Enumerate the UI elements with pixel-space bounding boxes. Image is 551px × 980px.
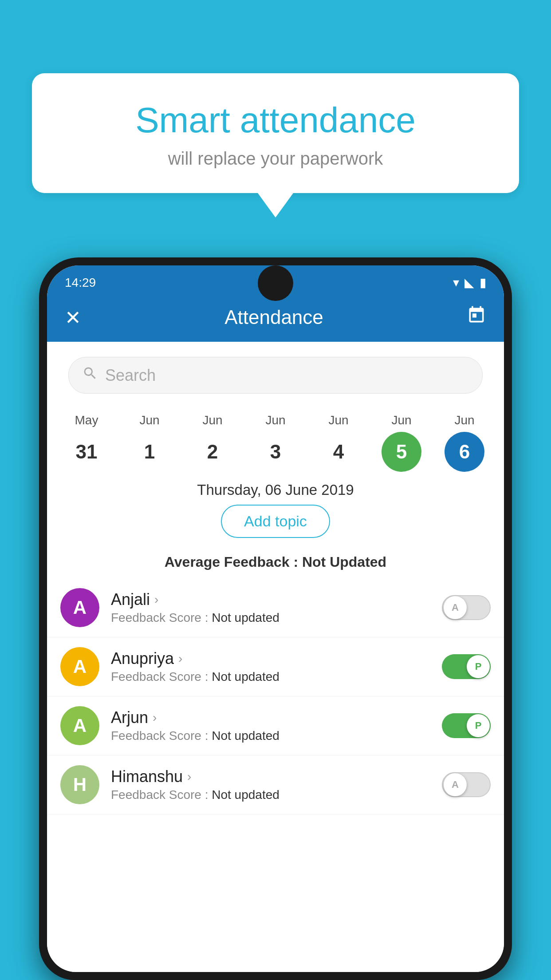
student-avatar: A [60,588,99,627]
cal-month-label: Jun [265,413,285,427]
calendar-day[interactable]: Jun4 [312,413,365,472]
close-button[interactable]: ✕ [65,306,81,329]
student-name: Anupriya › [111,649,442,668]
calendar-day[interactable]: Jun2 [186,413,239,472]
speech-bubble: Smart attendance will replace your paper… [32,73,519,193]
chevron-right-icon: › [187,770,191,784]
cal-month-label: Jun [454,413,474,427]
wifi-icon: ▾ [453,275,459,290]
phone-screen: 14:29 ▾ ◣ ▮ ✕ Attendance [47,265,504,972]
avg-feedback: Average Feedback : Not Updated [47,554,504,570]
cal-date-number[interactable]: 6 [445,432,484,472]
add-topic-button[interactable]: Add topic [221,505,330,538]
student-name: Himanshu › [111,767,442,786]
toggle-knob: P [467,655,490,678]
search-section: Search [47,342,504,406]
student-feedback-score: Feedback Score : Not updated [111,611,442,625]
bubble-title: Smart attendance [67,100,484,141]
cal-date-number[interactable]: 31 [67,432,106,472]
calendar-button[interactable] [467,305,486,329]
student-name: Arjun › [111,708,442,727]
chevron-right-icon: › [178,652,182,666]
student-avatar: A [60,706,99,745]
student-list: AAnjali ›Feedback Score : Not updatedAAA… [47,578,504,972]
student-name: Anjali › [111,590,442,609]
calendar-day[interactable]: Jun1 [123,413,176,472]
status-icons: ▾ ◣ ▮ [453,275,486,290]
student-info: Arjun ›Feedback Score : Not updated [111,708,442,743]
cal-date-number[interactable]: 1 [130,432,169,472]
add-topic-section: Add topic [47,505,504,547]
search-placeholder: Search [105,366,156,385]
phone-frame: 14:29 ▾ ◣ ▮ ✕ Attendance [39,257,512,980]
attendance-toggle[interactable]: A [442,772,491,797]
toggle-knob: P [467,714,490,737]
chevron-right-icon: › [154,593,158,607]
calendar-day[interactable]: Jun6 [438,413,491,472]
cal-month-label: May [75,413,98,427]
search-icon [82,365,98,385]
attendance-toggle[interactable]: P [442,654,491,679]
attendance-toggle[interactable]: A [442,595,491,620]
toggle-knob: A [444,596,467,619]
student-item[interactable]: AAnupriya ›Feedback Score : Not updatedP [47,637,504,696]
cal-month-label: Jun [202,413,222,427]
bubble-subtitle: will replace your paperwork [67,149,484,169]
header-title: Attendance [81,306,467,328]
attendance-toggle[interactable]: P [442,713,491,738]
bubble-tail [258,193,293,217]
student-feedback-score: Feedback Score : Not updated [111,729,442,743]
battery-icon: ▮ [480,275,486,290]
student-item[interactable]: AArjun ›Feedback Score : Not updatedP [47,696,504,755]
signal-icon: ◣ [464,275,474,290]
selected-date-label: Thursday, 06 June 2019 [47,472,504,505]
student-info: Anjali ›Feedback Score : Not updated [111,590,442,625]
chevron-right-icon: › [153,711,157,725]
student-item[interactable]: HHimanshu ›Feedback Score : Not updatedA [47,755,504,814]
app-header: ✕ Attendance [47,294,504,342]
cal-date-number[interactable]: 4 [319,432,358,472]
student-info: Anupriya ›Feedback Score : Not updated [111,649,442,684]
status-time: 14:29 [65,276,96,290]
cal-month-label: Jun [328,413,348,427]
calendar-day[interactable]: Jun5 [375,413,428,472]
student-avatar: A [60,647,99,686]
calendar-day[interactable]: May31 [60,413,113,472]
student-feedback-score: Feedback Score : Not updated [111,788,442,802]
student-info: Himanshu ›Feedback Score : Not updated [111,767,442,802]
cal-month-label: Jun [391,413,411,427]
student-item[interactable]: AAnjali ›Feedback Score : Not updatedA [47,578,504,637]
student-avatar: H [60,765,99,804]
search-bar[interactable]: Search [68,357,483,394]
student-feedback-score: Feedback Score : Not updated [111,670,442,684]
cal-date-number[interactable]: 2 [193,432,232,472]
calendar-day[interactable]: Jun3 [249,413,302,472]
cal-month-label: Jun [139,413,159,427]
cal-date-number[interactable]: 3 [256,432,295,472]
phone-notch [258,265,293,301]
calendar-strip: May31Jun1Jun2Jun3Jun4Jun5Jun6 [47,406,504,472]
toggle-knob: A [444,773,467,796]
cal-date-number[interactable]: 5 [382,432,421,472]
speech-bubble-container: Smart attendance will replace your paper… [32,73,519,217]
